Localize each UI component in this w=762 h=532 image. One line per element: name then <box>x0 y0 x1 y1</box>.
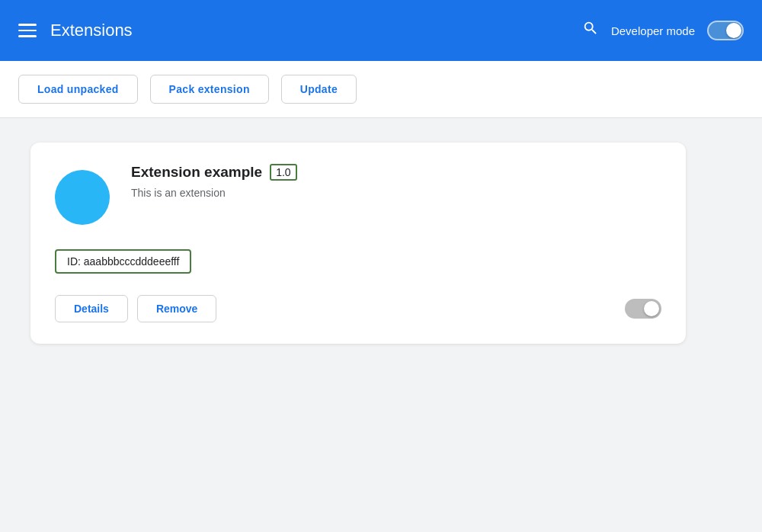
extension-info: Extension example 1.0 This is an extensi… <box>131 164 661 199</box>
extension-id: ID: aaabbbcccdddeeefff <box>55 249 191 274</box>
details-button[interactable]: Details <box>55 295 128 322</box>
card-actions: Details Remove <box>55 295 216 322</box>
extension-card: Extension example 1.0 This is an extensi… <box>30 143 686 344</box>
header: Extensions Developer mode <box>0 0 762 61</box>
extension-enable-toggle[interactable] <box>625 299 661 319</box>
version-badge: 1.0 <box>270 164 296 181</box>
main-content: Extension example 1.0 This is an extensi… <box>0 118 762 368</box>
extension-description: This is an extension <box>131 187 661 199</box>
header-left: Extensions <box>18 21 133 40</box>
developer-mode-toggle[interactable] <box>707 21 744 40</box>
card-bottom: Details Remove <box>55 295 661 322</box>
remove-button[interactable]: Remove <box>137 295 216 322</box>
developer-mode-label: Developer mode <box>611 24 695 37</box>
extension-name-row: Extension example 1.0 <box>131 164 661 181</box>
update-button[interactable]: Update <box>281 75 357 104</box>
toolbar: Load unpacked Pack extension Update <box>0 61 762 118</box>
load-unpacked-button[interactable]: Load unpacked <box>18 75 138 104</box>
card-top: Extension example 1.0 This is an extensi… <box>55 164 661 225</box>
id-section: ID: aaabbbcccdddeeefff <box>55 249 661 274</box>
hamburger-icon[interactable] <box>18 24 37 37</box>
header-right: Developer mode <box>582 20 744 41</box>
search-icon[interactable] <box>582 20 599 41</box>
extension-name: Extension example <box>131 164 262 181</box>
extension-icon <box>55 170 110 225</box>
page-title: Extensions <box>50 21 133 40</box>
pack-extension-button[interactable]: Pack extension <box>150 75 269 104</box>
